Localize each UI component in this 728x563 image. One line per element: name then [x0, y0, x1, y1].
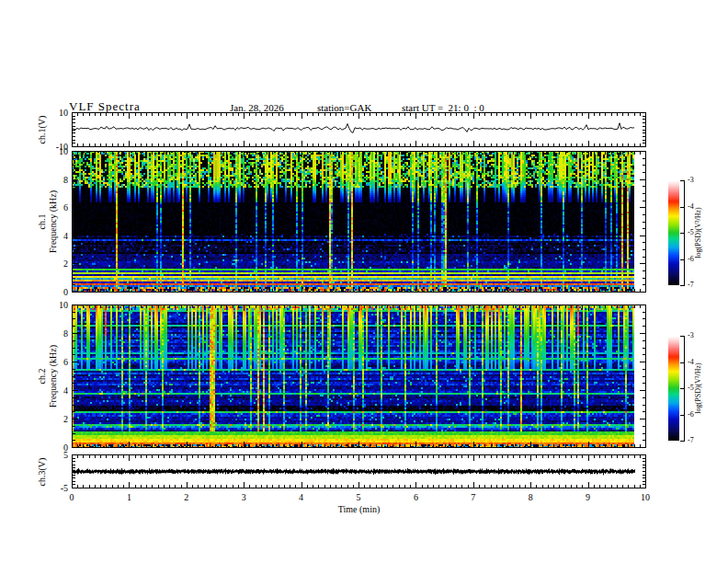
colorbar-label: log(PSD)(V²/Hz) [694, 333, 703, 443]
colorbar-tick [680, 336, 685, 337]
y-tick-label: 10 [31, 147, 68, 156]
x-tick-label: 8 [519, 493, 541, 502]
colorbar-tick [680, 207, 685, 208]
colorbar-tick [680, 441, 685, 442]
colorbar-tick-label: -6 [688, 256, 694, 263]
x-tick-label: 7 [462, 493, 484, 502]
x-tick-label: 3 [233, 493, 255, 502]
y-tick-label: 10 [31, 301, 68, 310]
x-tick-label: 1 [118, 493, 140, 502]
x-tick-label: 0 [61, 493, 83, 502]
plot-area: 10-10ch.1(V)1086420ch.1Frequency (kHz)-3… [0, 0, 728, 563]
colorbar-tick-label: -5 [688, 385, 694, 392]
colorbar-tick-label: -4 [688, 359, 694, 366]
colorbar-tick-label: -6 [688, 411, 694, 419]
y-axis-label-ch1-spectrogram-frequency: Frequency (kHz) [48, 157, 59, 286]
ch3-waveform-canvas [72, 454, 646, 488]
colorbar-tick [680, 233, 685, 234]
x-tick-label: 2 [176, 493, 198, 502]
x-axis-label: Time (min) [323, 504, 396, 514]
colorbar-tick-label: -3 [688, 332, 694, 339]
colorbar-tick [680, 285, 685, 286]
ch2-spectrogram-canvas [72, 304, 646, 448]
vlf-spectra-figure: VLF Spectra Jan. 28, 2026 station=GAK st… [0, 0, 728, 563]
x-tick-label: 4 [290, 493, 313, 502]
ch1-waveform-canvas [72, 112, 646, 147]
colorbar-label: log(PSD)(V²/Hz) [694, 178, 703, 288]
colorbar-tick [680, 180, 685, 181]
colorbar-2-gradient [668, 336, 679, 441]
x-tick-label: 9 [577, 493, 599, 502]
colorbar-tick [680, 362, 685, 363]
y-axis-label-ch3-waveform: ch.3(V) [37, 408, 48, 536]
colorbar-tick-label: -7 [688, 282, 694, 289]
colorbar-1-gradient [668, 180, 679, 285]
ch1-spectrogram-canvas [72, 151, 646, 293]
colorbar-tick-label: -7 [688, 437, 694, 444]
colorbar-tick-label: -4 [688, 203, 694, 211]
x-tick-label: 5 [347, 493, 370, 502]
colorbar-tick [680, 415, 685, 416]
x-tick-label: 6 [404, 493, 427, 502]
colorbar-tick [680, 259, 685, 260]
x-tick-label: 10 [634, 493, 656, 502]
colorbar-tick [680, 388, 685, 389]
y-axis-label-ch1-spectrogram-channel: ch.1 [37, 157, 48, 286]
colorbar-tick-label: -3 [688, 177, 694, 184]
colorbar-tick-label: -5 [688, 229, 694, 236]
y-axis-label-ch2-spectrogram-frequency: Frequency (kHz) [48, 312, 59, 441]
y-tick-label: 0 [31, 288, 68, 297]
